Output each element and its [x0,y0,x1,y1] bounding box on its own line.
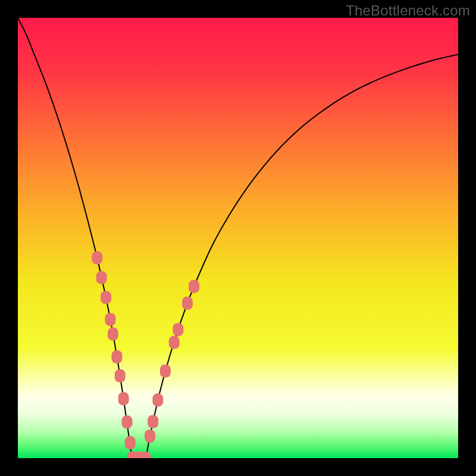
data-marker [189,280,199,293]
data-marker [105,313,115,326]
data-marker [122,415,133,428]
watermark-text: TheBottleneck.com [346,2,470,19]
data-marker [96,271,107,284]
data-marker [108,327,118,340]
plot-background [18,18,458,458]
chart-frame: TheBottleneck.com [0,0,476,476]
chart-plot [18,18,458,458]
data-marker [173,323,183,336]
data-marker [92,251,102,264]
data-marker [118,392,129,405]
data-marker [112,350,123,364]
data-marker [115,369,126,383]
data-marker [101,291,111,304]
data-marker [148,415,158,428]
data-marker [182,297,193,310]
data-marker [125,436,136,449]
data-marker [145,430,155,443]
data-marker [160,364,171,377]
data-marker [152,393,163,406]
data-marker [169,336,180,349]
